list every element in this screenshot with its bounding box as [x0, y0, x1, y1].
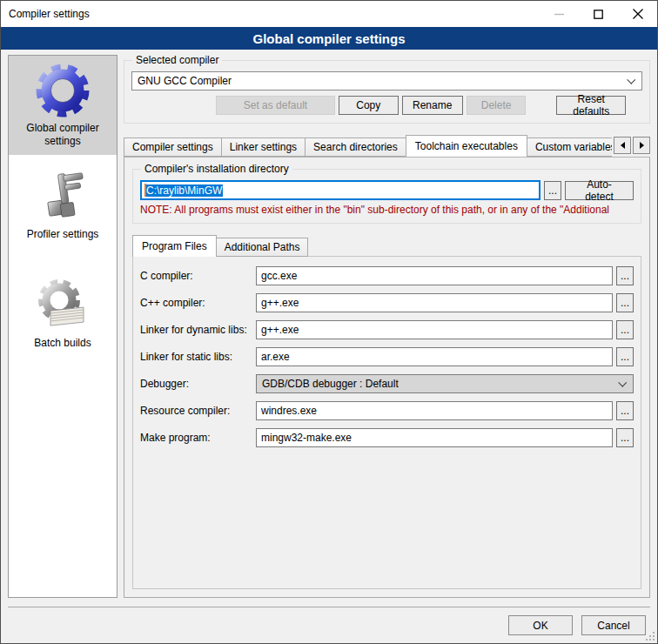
compiler-select-value: GNU GCC Compiler	[138, 75, 232, 87]
tabs-scroll-area: Compiler settings Linker settings Search…	[124, 134, 612, 157]
maximize-icon	[594, 10, 603, 19]
installation-directory-group: Compiler's installation directory C:\ray…	[132, 169, 641, 224]
tab-additional-paths[interactable]: Additional Paths	[216, 238, 309, 257]
arrow-left-icon	[621, 142, 625, 149]
group-legend: Selected compiler	[132, 54, 222, 66]
sidebar-item-global-compiler-settings[interactable]: Global compiler settings	[9, 56, 117, 155]
field-row-cpp-compiler: C++ compiler: ...	[140, 293, 634, 312]
minimize-button[interactable]	[540, 1, 579, 27]
tab-scroll-arrows	[614, 137, 650, 154]
tab-search-directories[interactable]: Search directories	[305, 138, 406, 157]
arrow-right-icon	[640, 142, 644, 149]
chevron-down-icon	[627, 76, 635, 84]
reset-defaults-button[interactable]: Reset defaults	[556, 96, 626, 115]
resource-compiler-input[interactable]	[256, 401, 613, 420]
field-row-debugger: Debugger: GDB/CDB debugger : Default	[140, 374, 634, 393]
cpp-compiler-input[interactable]	[256, 293, 613, 312]
rename-button[interactable]: Rename	[402, 96, 463, 115]
browse-dynamic-linker-button[interactable]: ...	[616, 320, 634, 339]
field-row-static-linker: Linker for static libs: ...	[140, 347, 634, 366]
program-files-page: C compiler: ... C++ compiler: ...	[132, 256, 641, 589]
blue-gear-icon	[35, 63, 91, 118]
note-text: NOTE: All programs must exist either in …	[140, 204, 634, 216]
browse-c-compiler-button[interactable]: ...	[616, 266, 634, 285]
dialog-footer: OK Cancel	[1, 598, 657, 643]
close-button[interactable]	[618, 1, 657, 27]
set-as-default-button[interactable]: Set as default	[216, 96, 335, 115]
footer-divider	[8, 607, 650, 607]
compiler-settings-dialog: Compiler settings Global compiler settin…	[0, 0, 658, 644]
browse-resource-compiler-button[interactable]: ...	[616, 401, 634, 420]
selected-path-text: C:\raylib\MinGW	[144, 184, 223, 197]
caliper-icon	[35, 169, 91, 225]
sidebar-item-batch-builds[interactable]: Batch builds	[9, 271, 117, 357]
tab-linker-settings[interactable]: Linker settings	[221, 138, 306, 157]
sidebar-item-profiler-settings[interactable]: Profiler settings	[9, 162, 117, 248]
field-label: Linker for dynamic libs:	[140, 324, 256, 336]
tab-custom-variables[interactable]: Custom variables	[527, 138, 612, 157]
tab-program-files[interactable]: Program Files	[132, 235, 217, 257]
field-row-c-compiler: C compiler: ...	[140, 266, 634, 285]
sidebar-item-label: Batch builds	[34, 337, 91, 350]
browse-cpp-compiler-button[interactable]: ...	[616, 293, 634, 312]
dynamic-linker-input[interactable]	[256, 320, 613, 339]
sidebar-item-label: Global compiler settings	[12, 122, 113, 148]
field-label: Make program:	[140, 432, 256, 444]
c-compiler-input[interactable]	[256, 266, 613, 285]
settings-tabstrip: Compiler settings Linker settings Search…	[124, 134, 650, 157]
field-label: C compiler:	[140, 270, 256, 282]
resize-grip[interactable]	[646, 632, 655, 641]
toolchain-executables-page: Compiler's installation directory C:\ray…	[124, 157, 650, 598]
debugger-select[interactable]: GDB/CDB debugger : Default	[256, 374, 634, 393]
compiler-select[interactable]: GNU GCC Compiler	[131, 71, 642, 91]
browse-static-linker-button[interactable]: ...	[616, 347, 634, 366]
field-row-dynamic-linker: Linker for dynamic libs: ...	[140, 320, 634, 339]
text-caret	[144, 184, 146, 197]
tab-compiler-settings[interactable]: Compiler settings	[124, 138, 222, 157]
auto-detect-button[interactable]: Auto-detect	[565, 181, 634, 200]
grey-gear-stack-icon	[35, 278, 91, 333]
field-label: C++ compiler:	[140, 297, 256, 309]
field-row-resource-compiler: Resource compiler: ...	[140, 401, 634, 420]
title-bar: Compiler settings	[1, 1, 657, 27]
maximize-button[interactable]	[579, 1, 618, 27]
settings-panel: Selected compiler GNU GCC Compiler Set a…	[124, 55, 650, 598]
tab-toolchain-executables[interactable]: Toolchain executables	[406, 135, 527, 157]
installation-directory-input[interactable]: C:\raylib\MinGW	[140, 180, 540, 200]
settings-sidebar: Global compiler settings	[8, 55, 118, 598]
window-title: Compiler settings	[1, 8, 540, 20]
installation-directory-row: C:\raylib\MinGW ... Auto-detect	[140, 180, 634, 200]
main-area: Global compiler settings	[1, 50, 657, 598]
tab-scroll-right-button[interactable]	[633, 137, 650, 154]
make-program-input[interactable]	[256, 428, 613, 447]
tab-scroll-left-button[interactable]	[614, 137, 631, 154]
group-legend: Compiler's installation directory	[141, 163, 292, 175]
browse-make-program-button[interactable]: ...	[616, 428, 634, 447]
field-label: Linker for static libs:	[140, 351, 256, 363]
static-linker-input[interactable]	[256, 347, 613, 366]
program-files-tabstrip: Program Files Additional Paths	[132, 234, 641, 257]
debugger-select-value: GDB/CDB debugger : Default	[262, 378, 399, 390]
copy-button[interactable]: Copy	[339, 96, 399, 115]
minimize-icon	[554, 10, 564, 19]
selected-compiler-group: Selected compiler GNU GCC Compiler Set a…	[124, 60, 650, 124]
ok-button[interactable]: OK	[508, 615, 573, 635]
cancel-button[interactable]: Cancel	[581, 615, 646, 635]
browse-directory-button[interactable]: ...	[544, 181, 561, 200]
sidebar-item-label: Profiler settings	[27, 228, 99, 241]
field-row-make-program: Make program: ...	[140, 428, 634, 447]
close-icon	[633, 9, 643, 19]
dialog-header: Global compiler settings	[1, 27, 657, 50]
chevron-down-icon	[618, 379, 627, 387]
field-label: Resource compiler:	[140, 405, 256, 417]
compiler-buttons-row: Set as default Copy Rename Delete Reset …	[131, 96, 642, 115]
field-label: Debugger:	[140, 378, 256, 390]
delete-button[interactable]: Delete	[467, 96, 527, 115]
window-controls	[540, 1, 657, 27]
